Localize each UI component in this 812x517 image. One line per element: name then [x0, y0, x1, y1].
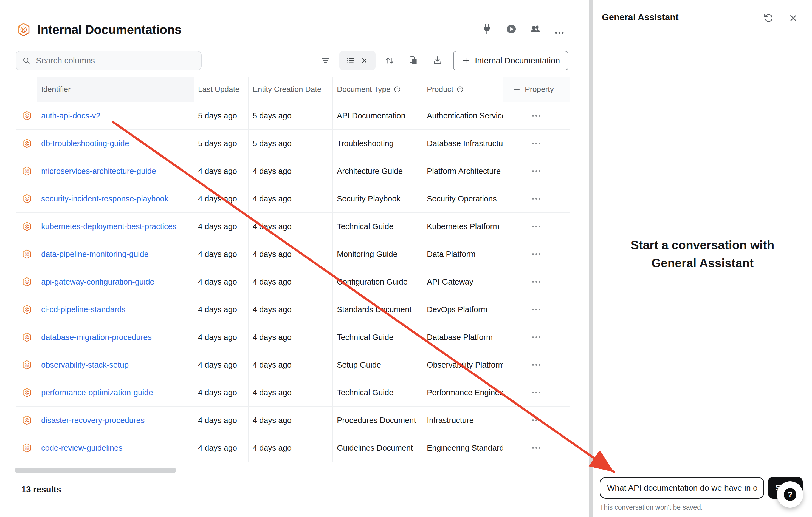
last-update-cell: 4 days ago [194, 434, 249, 462]
list-view-icon[interactable] [346, 56, 355, 65]
row-actions-icon[interactable] [531, 197, 541, 201]
row-actions-icon[interactable] [531, 419, 541, 422]
table-row[interactable]: disaster-recovery-procedures 4 days ago … [17, 406, 570, 434]
column-header-entity-creation-date[interactable]: Entity Creation Date [249, 77, 333, 102]
entity-creation-date-cell: 4 days ago [249, 296, 333, 323]
duplicate-icon[interactable] [408, 55, 418, 66]
column-header-document-type[interactable]: Document Type [333, 77, 423, 102]
row-actions-icon[interactable] [531, 391, 541, 394]
table-row[interactable]: api-gateway-configuration-guide 4 days a… [17, 268, 570, 296]
table-row[interactable]: performance-optimization-guide 4 days ag… [17, 379, 570, 406]
identifier-link[interactable]: data-pipeline-monitoring-guide [41, 250, 149, 259]
last-update-cell: 4 days ago [194, 406, 249, 434]
identifier-cell: performance-optimization-guide [37, 379, 194, 406]
product-cell: Engineering Standards [423, 434, 503, 462]
document-type-cell: Technical Guide [333, 213, 423, 240]
row-icon-cell [17, 157, 37, 185]
column-header-product[interactable]: Product [423, 77, 503, 102]
row-actions-icon[interactable] [531, 336, 541, 339]
row-icon-cell [17, 296, 37, 323]
assistant-chat-input[interactable] [600, 477, 764, 499]
table-header-row: Identifier Last Update Entity Creation D… [17, 77, 570, 102]
product-info-icon[interactable] [456, 86, 464, 93]
table-row[interactable]: observability-stack-setup 4 days ago 4 d… [17, 351, 570, 379]
entity-creation-date-cell: 4 days ago [249, 379, 333, 406]
plus-icon [513, 85, 521, 93]
row-actions-cell [503, 379, 570, 406]
identifier-link[interactable]: security-incident-response-playbook [41, 194, 168, 204]
table-row[interactable]: code-review-guidelines 4 days ago 4 days… [17, 434, 570, 462]
row-actions-icon[interactable] [531, 252, 541, 256]
integrations-plug-icon[interactable] [482, 24, 492, 34]
identifier-link[interactable]: disaster-recovery-procedures [41, 416, 145, 425]
table-row[interactable]: auth-api-docs-v2 5 days ago 5 days ago A… [17, 102, 570, 130]
column-header-label: Entity Creation Date [253, 85, 321, 94]
document-type-cell: Security Playbook [333, 185, 423, 212]
table-row[interactable]: database-migration-procedures 4 days ago… [17, 324, 570, 351]
table-row[interactable]: ci-cd-pipeline-standards 4 days ago 4 da… [17, 296, 570, 324]
identifier-link[interactable]: kubernetes-deployment-best-practices [41, 222, 176, 231]
table-row[interactable]: db-troubleshooting-guide 5 days ago 5 da… [17, 130, 570, 157]
identifier-link[interactable]: code-review-guidelines [41, 444, 123, 453]
horizontal-scrollbar[interactable] [14, 468, 176, 473]
entity-creation-date-cell: 4 days ago [249, 351, 333, 378]
row-icon-cell [17, 379, 37, 406]
product-cell: Kubernetes Platform [423, 213, 503, 240]
identifier-link[interactable]: db-troubleshooting-guide [41, 139, 129, 148]
record-logo-icon [22, 277, 32, 287]
members-icon[interactable] [530, 24, 541, 34]
help-widget-button[interactable]: ? [777, 481, 803, 508]
row-icon-cell [17, 130, 37, 157]
last-update-cell: 5 days ago [194, 102, 249, 129]
search-box[interactable] [16, 51, 202, 70]
entity-creation-date-cell: 4 days ago [249, 213, 333, 240]
product-cell: Data Platform [423, 240, 503, 268]
identifier-link[interactable]: ci-cd-pipeline-standards [41, 305, 126, 314]
documents-table-panel: Internal Documentations [0, 0, 589, 517]
row-actions-icon[interactable] [531, 446, 541, 450]
search-input[interactable] [35, 56, 196, 65]
row-actions-icon[interactable] [531, 170, 541, 173]
row-actions-icon[interactable] [531, 363, 541, 366]
identifier-link[interactable]: auth-api-docs-v2 [41, 111, 100, 120]
clear-view-icon[interactable] [359, 56, 369, 65]
product-cell: Platform Architecture [423, 157, 503, 185]
row-actions-icon[interactable] [531, 114, 541, 117]
row-actions-cell [503, 240, 570, 268]
identifier-cell: auth-api-docs-v2 [37, 102, 194, 129]
close-panel-icon[interactable] [788, 12, 799, 24]
row-actions-cell [503, 130, 570, 157]
row-actions-cell [503, 102, 570, 129]
identifier-cell: database-migration-procedures [37, 324, 194, 351]
new-record-button[interactable]: Internal Documentation [453, 51, 569, 70]
table-row[interactable]: kubernetes-deployment-best-practices 4 d… [17, 213, 570, 240]
identifier-link[interactable]: database-migration-procedures [41, 333, 152, 342]
filter-icon[interactable] [320, 55, 330, 66]
table-row[interactable]: security-incident-response-playbook 4 da… [17, 185, 570, 213]
identifier-link[interactable]: microservices-architecture-guide [41, 167, 156, 176]
row-actions-icon[interactable] [531, 280, 541, 283]
identifier-link[interactable]: performance-optimization-guide [41, 388, 153, 397]
row-actions-icon[interactable] [531, 225, 541, 228]
column-header-last-update[interactable]: Last Update [194, 77, 249, 102]
add-property-button[interactable]: Property [503, 77, 570, 102]
identifier-link[interactable]: api-gateway-configuration-guide [41, 277, 154, 286]
table-row[interactable]: microservices-architecture-guide 4 days … [17, 157, 570, 185]
identifier-link[interactable]: observability-stack-setup [41, 361, 129, 369]
row-actions-cell [503, 157, 570, 185]
play-icon[interactable] [506, 24, 517, 34]
column-header-identifier[interactable]: Identifier [37, 77, 194, 102]
last-update-cell: 4 days ago [194, 240, 249, 268]
table-row[interactable]: data-pipeline-monitoring-guide 4 days ag… [17, 240, 570, 268]
download-icon[interactable] [432, 55, 443, 66]
row-actions-icon[interactable] [531, 308, 541, 311]
panel-resize-divider[interactable] [589, 0, 593, 517]
row-actions-icon[interactable] [531, 142, 541, 145]
row-actions-cell [503, 434, 570, 462]
sort-icon[interactable] [384, 55, 395, 66]
reset-conversation-icon[interactable] [763, 12, 774, 24]
entity-creation-date-cell: 4 days ago [249, 157, 333, 185]
last-update-cell: 5 days ago [194, 130, 249, 157]
more-options-icon[interactable] [554, 27, 565, 38]
document-type-info-icon[interactable] [394, 86, 401, 93]
